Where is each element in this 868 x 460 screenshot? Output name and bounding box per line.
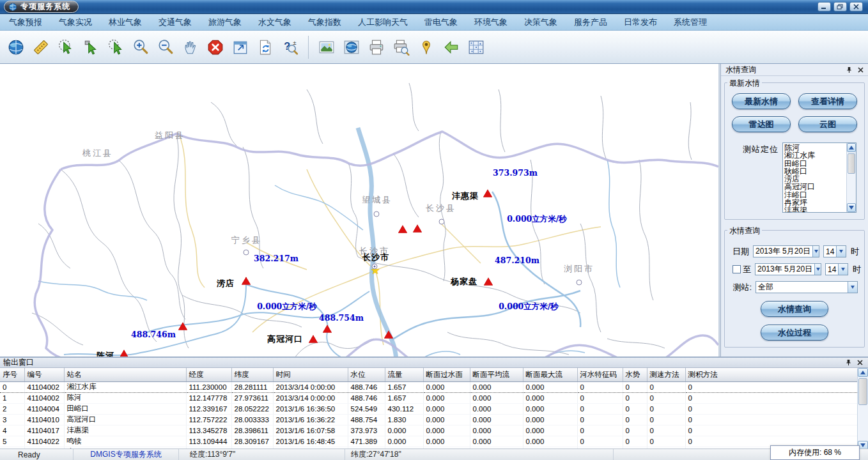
cloud-chart-button[interactable]: 云图 (798, 116, 857, 132)
hour2-picker[interactable]: 14 (825, 263, 848, 275)
table-row[interactable]: 041104002湘江水库111.23000028.2811112013/3/1… (0, 381, 857, 392)
date2-picker[interactable]: 2013年 5月20日 (755, 263, 821, 275)
menu-item-4[interactable]: 交通气象 (159, 17, 192, 28)
map-globe-icon[interactable] (342, 38, 361, 57)
restore-button[interactable] (833, 2, 847, 12)
list-item[interactable]: 高冠河口 (784, 183, 846, 190)
table-row[interactable]: 341104010高冠河口112.75722228.0033332013/1/6… (0, 414, 857, 425)
column-header[interactable]: 站名 (64, 368, 186, 381)
menu-item-11[interactable]: 决策气象 (524, 17, 557, 28)
menu-item-14[interactable]: 系统管理 (674, 17, 707, 28)
chevron-down-icon[interactable] (838, 264, 848, 275)
stop-icon[interactable] (206, 38, 225, 57)
globe-icon[interactable] (6, 38, 26, 57)
station-marker[interactable] (178, 322, 187, 330)
table-row[interactable]: 241104004田峪口112.33916728.0522222013/1/6 … (0, 403, 857, 414)
menu-item-9[interactable]: 雷电气象 (424, 17, 458, 28)
select-arrow-icon[interactable] (81, 38, 100, 57)
chevron-down-icon[interactable] (814, 264, 821, 275)
listbox-scrollbar[interactable] (846, 143, 856, 212)
date-picker[interactable]: 2013年 5月20日 (753, 245, 819, 257)
station-select[interactable]: 全部 (756, 281, 858, 293)
image-export-icon[interactable] (317, 38, 336, 57)
column-header[interactable]: 水势 (623, 368, 647, 381)
hour-picker[interactable]: 14 (823, 245, 846, 257)
column-header[interactable]: 断面最大流 (523, 368, 577, 381)
print-icon[interactable] (367, 38, 386, 57)
menu-item-2[interactable]: 气象实况 (59, 17, 92, 28)
table-row[interactable]: 441104017沣惠渠113.34527828.3986112013/1/6 … (0, 425, 857, 436)
identify-icon[interactable]: ?± (281, 38, 300, 57)
output-table[interactable]: 序号编号站名经度纬度时间水位流量断面过水面断面平均流断面最大流河水特征码水势测速… (0, 368, 858, 448)
table-row[interactable]: 141104002陈河112.14777827.9736112013/3/14 … (0, 392, 857, 403)
zoom-in-icon[interactable] (131, 38, 150, 57)
menu-item-6[interactable]: 水文气象 (258, 17, 291, 28)
back-arrow-icon[interactable] (442, 38, 461, 57)
water-query-button[interactable]: 水情查询 (761, 301, 828, 317)
station-marker[interactable] (120, 349, 128, 356)
scroll-thumb[interactable] (858, 378, 867, 405)
column-header[interactable]: 水位 (348, 368, 385, 381)
column-header[interactable]: 河水特征码 (577, 368, 623, 381)
ruler-icon[interactable] (31, 38, 50, 57)
select-area-icon[interactable] (56, 38, 75, 57)
close-button[interactable] (849, 2, 863, 12)
pin-icon[interactable] (843, 358, 853, 367)
column-header[interactable]: 时间 (273, 368, 348, 381)
menu-item-1[interactable]: 气象预报 (9, 17, 42, 28)
select-lasso-icon[interactable] (106, 38, 125, 57)
radar-chart-button[interactable]: 雷达图 (732, 116, 791, 132)
list-item[interactable]: 湘江水库 (784, 151, 846, 159)
output-close-icon[interactable] (855, 358, 865, 367)
water-level-process-button[interactable]: 水位过程 (761, 325, 828, 341)
column-header[interactable]: 纬度 (231, 368, 273, 381)
menu-item-7[interactable]: 气象指数 (308, 17, 341, 28)
column-header[interactable]: 断面平均流 (470, 368, 523, 381)
station-marker[interactable] (413, 224, 422, 232)
column-header[interactable]: 序号 (0, 368, 24, 381)
list-item[interactable]: 沣惠渠 (784, 206, 846, 212)
refresh-icon[interactable] (256, 38, 275, 57)
station-marker[interactable] (242, 277, 251, 284)
column-header[interactable]: 断面过水面 (423, 368, 470, 381)
station-marker[interactable] (483, 189, 492, 197)
view-details-button[interactable]: 查看详情 (798, 93, 857, 109)
scroll-up-icon[interactable] (858, 368, 868, 377)
table-scrollbar[interactable] (857, 368, 868, 448)
menu-item-13[interactable]: 日常发布 (624, 17, 657, 28)
scroll-down-icon[interactable] (847, 203, 856, 212)
station-marker[interactable] (309, 335, 318, 342)
station-marker[interactable] (323, 325, 332, 332)
menu-item-5[interactable]: 旅游气象 (208, 17, 242, 28)
pan-hand-icon[interactable] (181, 38, 200, 57)
column-header[interactable]: 经度 (186, 368, 231, 381)
to-checkbox[interactable] (732, 265, 741, 273)
column-header[interactable]: 测积方法 (685, 368, 857, 381)
grid-map-icon[interactable] (467, 38, 486, 57)
station-listbox[interactable]: 陈河湘江水库田峪口耿峪口涝店高冠河口沣峪口冉家坪沣惠渠 (782, 142, 856, 213)
table-row[interactable]: 541104022鸣犊113.10944428.3091672013/1/6 1… (0, 436, 857, 447)
chevron-down-icon[interactable] (836, 246, 846, 257)
location-pin-icon[interactable] (417, 38, 436, 57)
latest-water-button[interactable]: 最新水情 (732, 93, 791, 109)
print-preview-icon[interactable] (392, 38, 411, 57)
menu-item-8[interactable]: 人工影响天气 (358, 17, 408, 28)
chevron-down-icon[interactable] (812, 246, 819, 257)
station-marker[interactable] (484, 277, 493, 285)
menu-item-12[interactable]: 服务产品 (574, 17, 607, 28)
column-header[interactable]: 编号 (24, 368, 64, 381)
resize-window-icon[interactable] (231, 38, 250, 57)
map-canvas[interactable]: ★ 益阳县桃江县宁乡县望城县长沙县长沙市浏阳市湘潭县沣惠渠长沙市涝店陈河高冠河口… (0, 64, 718, 356)
pin-icon[interactable] (844, 65, 854, 74)
station-marker[interactable] (398, 225, 407, 233)
scroll-thumb[interactable] (848, 153, 855, 174)
menu-item-10[interactable]: 环境气象 (474, 17, 508, 28)
column-header[interactable]: 流量 (385, 368, 423, 381)
menu-item-3[interactable]: 林业气象 (109, 17, 142, 28)
column-header[interactable]: 测速方法 (647, 368, 685, 381)
chevron-down-icon[interactable] (848, 282, 857, 293)
minimize-button[interactable] (818, 2, 831, 12)
panel-close-icon[interactable] (855, 65, 865, 74)
zoom-out-icon[interactable] (156, 38, 175, 57)
station-marker[interactable] (384, 330, 393, 338)
